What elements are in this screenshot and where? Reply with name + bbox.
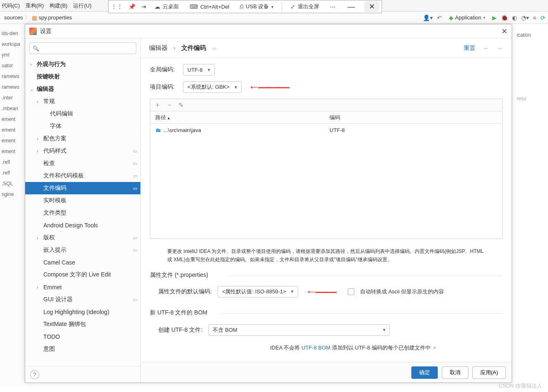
keyboard-icon: ⌨: [190, 3, 198, 10]
tree-item-10[interactable]: 文件编码▭: [25, 182, 140, 194]
tree-item-11[interactable]: 实时模板: [25, 194, 140, 207]
search-input[interactable]: [29, 43, 136, 54]
right-panel-partial: ication resu: [515, 24, 548, 387]
chevron-icon: ›: [37, 149, 43, 153]
ctrl-alt-del-button[interactable]: ⌨Ctrl+Alt+Del: [187, 2, 232, 11]
settings-tree[interactable]: ›外观与行为按键映射⌄编辑器›常规代码编辑字体›配色方案›代码样式▭检查▭文件和…: [25, 58, 140, 366]
external-link-icon: ↗: [432, 345, 436, 350]
bom-dropdown[interactable]: 不含 BOM▼: [208, 324, 390, 336]
grip-icon[interactable]: ⋮⋮: [111, 3, 123, 10]
global-encoding-label: 全局编码:: [150, 66, 178, 73]
tree-item-1[interactable]: 按键映射: [25, 71, 140, 83]
project-encoding-dropdown[interactable]: <系统默认: GBK>▼: [183, 81, 242, 93]
tree-item-14[interactable]: ›版权▭: [25, 231, 140, 244]
project-tree-partial: ids-denworkspaymluatorrameworamewo.inter…: [0, 24, 25, 387]
usb-icon: ⎙: [240, 3, 243, 10]
forward-arrow-icon[interactable]: →: [497, 45, 503, 52]
bom-hint-text: IDEA 不会将 UTF-8 BOM 添加到以 UTF-8 编码的每个已创建文件…: [204, 344, 503, 352]
cloud-desktop-button[interactable]: ☁云桌面: [152, 2, 181, 11]
run-icon[interactable]: ▶: [492, 14, 497, 21]
tree-item-3[interactable]: ›常规: [25, 95, 140, 108]
close-remote-button[interactable]: ✕: [364, 1, 379, 12]
tree-item-18[interactable]: ›Emmet: [25, 281, 140, 293]
chevron-icon: ›: [37, 236, 43, 240]
profiler-icon[interactable]: ◔▾: [521, 14, 529, 21]
tree-item-9[interactable]: 文件和代码模板▭: [25, 170, 140, 182]
cancel-button[interactable]: 取消: [442, 366, 468, 379]
separator: [282, 2, 282, 11]
chevron-down-icon: ▼: [234, 85, 238, 90]
menu-build[interactable]: 构建(B): [50, 2, 67, 9]
search-icon: 🔍: [33, 45, 39, 52]
tree-item-6[interactable]: ›配色方案: [25, 132, 140, 145]
reset-link[interactable]: 重置: [464, 45, 475, 52]
fit-icon[interactable]: ⇥: [141, 3, 146, 10]
tree-item-17[interactable]: Compose 文字的 Live Edit: [25, 269, 140, 281]
annotation-arrow-icon: ←———: [248, 80, 288, 94]
exit-fullscreen-button[interactable]: ⤢退出全屏: [288, 2, 322, 11]
remote-toolbar: ⋮⋮ 📌 ⇥ ☁云桌面 ⌨Ctrl+Alt+Del ⎙USB 设备▾ ⤢退出全屏…: [108, 0, 382, 13]
minimize-button[interactable]: —: [344, 1, 358, 12]
project-encoding-label: 项目编码:: [150, 83, 178, 91]
debug-icon[interactable]: 🐞: [501, 14, 508, 21]
chevron-down-icon: ▼: [290, 289, 294, 294]
tree-item-21[interactable]: TextMate 捆绑包: [25, 318, 140, 331]
utf8-bom-link[interactable]: UTF-8 BOM: [301, 345, 330, 351]
chevron-icon: ⌄: [30, 87, 37, 92]
pin-icon[interactable]: 📌: [128, 3, 135, 10]
tree-item-23[interactable]: 意图: [25, 343, 140, 355]
chevron-icon: ›: [30, 62, 37, 67]
user-icon[interactable]: 👤▾: [423, 14, 433, 21]
breadcrumb-file[interactable]: spy.properties: [39, 14, 72, 21]
ok-button[interactable]: 确定: [411, 366, 438, 379]
back-arrow-icon[interactable]: ←: [483, 45, 489, 52]
tree-item-2[interactable]: ⌄编辑器: [25, 83, 140, 95]
edit-icon[interactable]: ✎: [178, 102, 184, 109]
chevron-down-icon: ▾: [271, 5, 273, 9]
tree-item-15[interactable]: 嵌入提示▭: [25, 244, 140, 256]
properties-section-title: 属性文件 (*.properties): [150, 272, 503, 279]
th-path[interactable]: 路径▲: [150, 114, 325, 121]
tree-item-7[interactable]: ›代码样式▭: [25, 145, 140, 157]
remove-icon[interactable]: －: [166, 101, 173, 109]
th-encoding[interactable]: 编码: [325, 114, 502, 121]
chevron-icon: ›: [37, 99, 43, 104]
more-button[interactable]: ⋯: [327, 3, 338, 11]
menu-run[interactable]: 运行(U): [73, 2, 91, 9]
tree-item-4[interactable]: 代码编辑: [25, 108, 140, 120]
tree-item-8[interactable]: 检查▭: [25, 157, 140, 170]
breadcrumb-separator: 〉: [25, 14, 30, 21]
bom-create-label: 创建 UTF-8 文件:: [158, 326, 202, 334]
table-row[interactable]: 🖿...\src\main\java UTF-8: [150, 124, 502, 136]
tree-item-5[interactable]: 字体: [25, 120, 140, 132]
settings-dialog: 设置 ✕ 🔍 ›外观与行为按键映射⌄编辑器›常规代码编辑字体›配色方案›代码样式…: [25, 24, 512, 383]
usb-devices-button[interactable]: ⎙USB 设备▾: [237, 2, 276, 11]
ascii-checkbox[interactable]: [348, 288, 354, 295]
tree-item-20[interactable]: Log Highlighting (Ideolog): [25, 306, 140, 318]
props-encoding-dropdown[interactable]: <属性默认值: ISO-8859-1>▼: [218, 286, 298, 298]
sync-icon[interactable]: ⟳: [541, 14, 546, 21]
watermark-text: CSDN @遛猫达人: [498, 382, 542, 390]
help-button[interactable]: ?: [25, 366, 140, 383]
breadcrumb-folder[interactable]: sources: [4, 14, 23, 21]
close-icon[interactable]: ✕: [501, 27, 508, 36]
stop-icon[interactable]: ■: [533, 14, 536, 21]
chevron-icon: ›: [37, 285, 43, 290]
breadcrumb: sources 〉 ▦ spy.properties: [4, 14, 72, 21]
tree-item-16[interactable]: Camel Case: [25, 256, 140, 269]
add-icon[interactable]: ＋: [154, 101, 161, 109]
menu-refactor[interactable]: 重构(R): [26, 2, 44, 9]
tree-item-19[interactable]: GUI 设计器▭: [25, 293, 140, 306]
tree-item-12[interactable]: 文件类型: [25, 207, 140, 219]
tree-item-13[interactable]: Android Design Tools: [25, 219, 140, 231]
run-config-dropdown[interactable]: ◆ Application ▾: [446, 13, 488, 22]
menu-code[interactable]: 代码(C): [2, 2, 20, 9]
app-icon: ◆: [449, 14, 453, 21]
tree-item-0[interactable]: ›外观与行为: [25, 58, 140, 71]
folder-icon: 🖿: [155, 127, 161, 133]
apply-button[interactable]: 应用(A): [472, 366, 506, 379]
back-icon[interactable]: ↶: [437, 14, 442, 21]
global-encoding-dropdown[interactable]: UTF-8▼: [183, 64, 215, 76]
tree-item-22[interactable]: TODO: [25, 331, 140, 343]
coverage-icon[interactable]: ◐: [512, 14, 517, 21]
